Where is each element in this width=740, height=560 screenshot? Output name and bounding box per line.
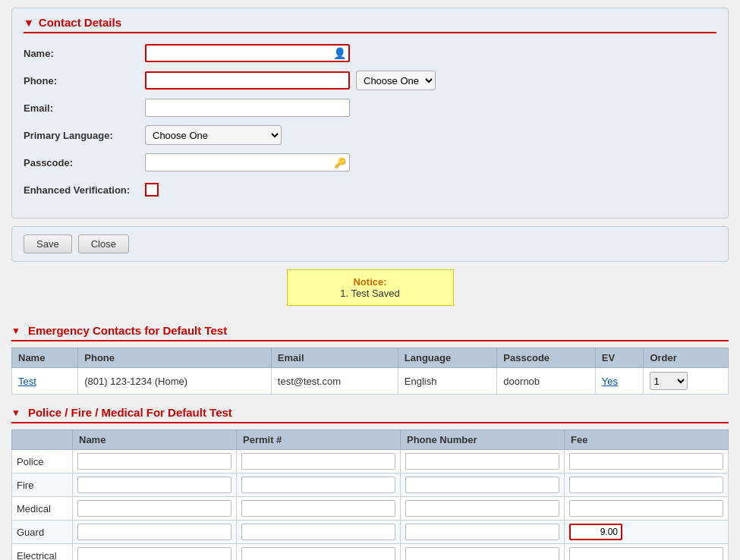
contact-details-title: ▼ Contact Details	[24, 16, 716, 33]
primary-language-select[interactable]: Choose One English Spanish	[145, 125, 282, 145]
table-row: Medical	[12, 497, 729, 521]
emergency-arrow-icon: ▼	[11, 326, 20, 336]
ec-order-select[interactable]: 1 2 3	[650, 372, 688, 390]
buttons-row: Save Close	[11, 226, 729, 262]
pfm-electrical-name-input[interactable]	[77, 547, 231, 560]
pfm-electrical-permit-input[interactable]	[241, 547, 395, 560]
pfm-electrical-phone-input[interactable]	[405, 547, 559, 560]
pfm-electrical-fee[interactable]	[565, 544, 729, 561]
section-arrow-icon: ▼	[24, 17, 34, 29]
pfm-guard-phone-input[interactable]	[405, 524, 559, 540]
pfm-medical-name[interactable]	[73, 497, 237, 521]
pfm-arrow-icon: ▼	[11, 407, 20, 418]
primary-language-row: Primary Language: Choose One English Spa…	[24, 124, 716, 146]
email-label: Email:	[24, 102, 145, 114]
person-icon: 👤	[333, 47, 346, 59]
ec-col-order: Order	[644, 348, 729, 368]
pfm-police-permit[interactable]	[237, 450, 401, 473]
ec-col-language: Language	[398, 348, 497, 368]
close-button[interactable]: Close	[78, 234, 129, 253]
table-row: Test (801) 123-1234 (Home) test@test.com…	[12, 368, 729, 395]
ec-row-name: Test	[12, 368, 78, 395]
ec-row-language: English	[398, 368, 497, 395]
enhanced-verification-row: Enhanced Verification:	[24, 179, 716, 200]
pfm-guard-fee[interactable]	[565, 521, 729, 544]
pfm-medical-fee[interactable]	[565, 497, 729, 521]
key-icon: 🔑	[334, 157, 346, 168]
pfm-police-fee-input[interactable]	[569, 453, 723, 470]
name-input[interactable]	[145, 44, 350, 62]
email-row: Email:	[24, 97, 716, 118]
pfm-medical-fee-input[interactable]	[569, 500, 723, 517]
pfm-medical-permit[interactable]	[237, 497, 401, 521]
pfm-fire-permit-input[interactable]	[241, 477, 395, 493]
pfm-guard-name-input[interactable]	[77, 524, 231, 540]
ec-col-name: Name	[12, 348, 78, 368]
pfm-electrical-fee-input[interactable]	[569, 547, 723, 560]
table-row: Police	[12, 450, 729, 473]
pfm-fire-name[interactable]	[73, 473, 237, 497]
pfm-guard-fee-input[interactable]	[569, 524, 622, 540]
pfm-guard-phone[interactable]	[401, 521, 565, 544]
ec-row-order: 1 2 3	[644, 368, 729, 395]
pfm-col-type	[12, 430, 73, 450]
notice-message: 1. Test Saved	[299, 288, 442, 299]
ec-row-phone: (801) 123-1234 (Home)	[78, 368, 272, 395]
name-input-wrapper: 👤	[145, 44, 350, 62]
pfm-type-electrical: Electrical	[12, 544, 73, 561]
enhanced-verification-label: Enhanced Verification:	[24, 184, 145, 196]
emergency-contacts-title: ▼ Emergency Contacts for Default Test	[11, 324, 729, 341]
pfm-medical-phone-input[interactable]	[405, 500, 559, 517]
email-input[interactable]	[145, 99, 350, 117]
ec-ev-link[interactable]: Yes	[602, 376, 618, 387]
ec-row-passcode: doornob	[497, 368, 595, 395]
pfm-header-row: Name Permit # Phone Number Fee	[12, 430, 729, 450]
pfm-guard-permit[interactable]	[237, 521, 401, 544]
pfm-fire-fee-input[interactable]	[569, 477, 723, 493]
pfm-electrical-permit[interactable]	[237, 544, 401, 561]
pfm-col-fee: Fee	[565, 430, 729, 450]
pfm-electrical-phone[interactable]	[401, 544, 565, 561]
pfm-fire-phone-input[interactable]	[405, 477, 559, 493]
pfm-guard-permit-input[interactable]	[241, 524, 395, 540]
pfm-police-phone[interactable]	[401, 450, 565, 473]
table-row: Fire	[12, 473, 729, 497]
pfm-guard-name[interactable]	[73, 521, 237, 544]
phone-input[interactable]	[145, 71, 350, 90]
pfm-electrical-name[interactable]	[73, 544, 237, 561]
name-label: Name:	[24, 48, 145, 59]
pfm-police-name[interactable]	[73, 450, 237, 473]
ec-name-link[interactable]: Test	[18, 376, 36, 387]
ec-col-phone: Phone	[78, 348, 272, 368]
primary-language-label: Primary Language:	[24, 130, 145, 141]
emergency-contacts-table: Name Phone Email Language Passcode EV Or…	[11, 348, 729, 395]
pfm-medical-phone[interactable]	[401, 497, 565, 521]
phone-type-select[interactable]: Choose One Home Mobile Work	[356, 71, 436, 90]
pfm-medical-name-input[interactable]	[77, 500, 231, 517]
pfm-table: Name Permit # Phone Number Fee Police Fi…	[11, 429, 729, 560]
pfm-type-medical: Medical	[12, 497, 73, 521]
ec-col-passcode: Passcode	[497, 348, 595, 368]
phone-row-inputs: Choose One Home Mobile Work	[145, 71, 436, 90]
passcode-input[interactable]	[145, 153, 350, 171]
ec-row-ev: Yes	[595, 368, 644, 395]
enhanced-verification-checkbox[interactable]	[145, 183, 159, 197]
pfm-type-fire: Fire	[12, 473, 73, 497]
pfm-police-name-input[interactable]	[77, 453, 231, 470]
phone-label: Phone:	[24, 75, 145, 87]
pfm-fire-phone[interactable]	[401, 473, 565, 497]
ec-header-row: Name Phone Email Language Passcode EV Or…	[12, 348, 729, 368]
ec-col-email: Email	[271, 348, 398, 368]
notice-title: Notice:	[299, 276, 442, 288]
pfm-type-police: Police	[12, 450, 73, 473]
pfm-title: ▼ Police / Fire / Medical For Default Te…	[11, 406, 729, 423]
pfm-police-phone-input[interactable]	[405, 453, 559, 470]
save-button[interactable]: Save	[24, 234, 72, 253]
pfm-fire-permit[interactable]	[237, 473, 401, 497]
pfm-police-permit-input[interactable]	[241, 453, 395, 470]
pfm-medical-permit-input[interactable]	[241, 500, 395, 517]
pfm-fire-name-input[interactable]	[77, 477, 231, 493]
pfm-fire-fee[interactable]	[565, 473, 729, 497]
table-row: Electrical	[12, 544, 729, 561]
pfm-police-fee[interactable]	[565, 450, 729, 473]
